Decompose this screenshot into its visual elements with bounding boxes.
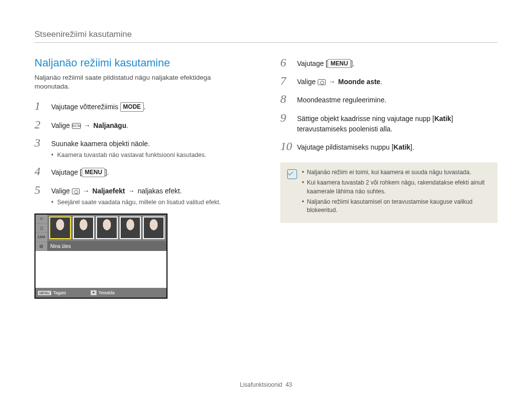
step: 1Vajutage võtterežiimis MODE.	[34, 100, 252, 112]
breadcrumb: Stseenirežiimi kasutamine	[34, 30, 498, 43]
step-body: Moondeastme reguleerimine.	[297, 93, 386, 105]
thumbnail	[143, 216, 165, 239]
shot-footer: MENUTagasi ✦Teisalda	[35, 288, 166, 298]
note-item: Naljanäo režiim ei toimi, kui kaamera ei…	[302, 168, 491, 177]
steps-left: 1Vajutage võtterežiimis MODE.2Valige SCN…	[34, 100, 252, 207]
step-number: 1	[34, 100, 45, 112]
sidebar-icon-face: ◻	[35, 224, 47, 233]
step-body: Vajutage [MENU].	[297, 57, 355, 69]
effect-caption: Nina üles	[47, 241, 166, 251]
shot-sidebar: ☺ ◻ 16M ▤	[35, 215, 47, 251]
step-body: Vajutage pildistamiseks nuppu [Katik].	[297, 140, 414, 153]
step-body: Valige SCN → Naljanägu.	[51, 119, 128, 131]
step: 9Sättige objekt kaadrisse ning vajutage …	[280, 112, 498, 134]
step-number: 6	[280, 57, 291, 69]
sidebar-icon-film: ▤	[35, 242, 47, 251]
step-body: Sättige objekt kaadrisse ning vajutage n…	[297, 112, 498, 134]
step-number: 4	[34, 165, 45, 178]
step-body: Vajutage [MENU].	[51, 165, 109, 178]
camera-icon	[318, 79, 326, 85]
step-body: Valige → Moonde aste.	[297, 75, 382, 87]
step-bullet: Seejärel saate vaadata nägu, millele on …	[51, 198, 221, 207]
step: 8Moondeastme reguleerimine.	[280, 93, 498, 105]
step: 4Vajutage [MENU].	[34, 165, 252, 178]
step-body: Valige → Naljaefekt → naljakas efekt.See…	[51, 184, 221, 207]
thumbnail	[96, 216, 118, 239]
scn-icon: SCN	[72, 123, 81, 129]
step-number: 2	[34, 119, 45, 131]
step-body: Vajutage võtterežiimis MODE.	[51, 100, 146, 112]
intro-text: Naljanäo režiimil saate pildistatud nägu…	[34, 73, 241, 91]
note-item: Naljanäo režiimi kasutamisel on teravust…	[302, 198, 491, 215]
step-number: 9	[280, 112, 291, 134]
step-number: 5	[34, 184, 45, 207]
step-bullet: Kaamera tuvastab näo vastavat funktsioon…	[51, 151, 206, 160]
steps-right: 6Vajutage [MENU].7Valige → Moonde aste.8…	[280, 57, 498, 153]
note-icon	[287, 169, 297, 179]
step: 10Vajutage pildistamiseks nuppu [Katik].	[280, 140, 498, 153]
mode-label-box: MODE	[120, 102, 144, 111]
step: 7Valige → Moonde aste.	[280, 75, 498, 87]
step-number: 3	[34, 137, 45, 160]
step: 5Valige → Naljaefekt → naljakas efekt.Se…	[34, 184, 252, 207]
thumbnail	[120, 216, 141, 239]
step: 6Vajutage [MENU].	[280, 57, 498, 69]
note-item: Kui kaamera tuvastab 2 või rohkem nägu, …	[302, 179, 491, 196]
camera-screenshot: ☺ ◻ 16M ▤ Nina üles	[34, 214, 167, 299]
step-number: 7	[280, 75, 291, 87]
step-body: Suunake kaamera objekti näole.Kaamera tu…	[51, 137, 206, 160]
thumbnail	[49, 216, 71, 239]
sidebar-icon-person: ☺	[35, 215, 47, 224]
menu-key-icon: MENU	[38, 291, 51, 295]
left-column: Naljanäo režiimi kasutamine Naljanäo rež…	[34, 57, 252, 299]
thumbnail	[73, 216, 95, 239]
step-number: 8	[280, 93, 291, 105]
right-column: 6Vajutage [MENU].7Valige → Moonde aste.8…	[280, 57, 498, 299]
nav-key-icon: ✦	[91, 290, 97, 295]
camera-icon	[72, 188, 80, 194]
page-footer: Lisafunktsioonid 43	[0, 381, 532, 388]
sidebar-icon-size: 16M	[35, 233, 47, 242]
menu-label-box: MENU	[328, 59, 351, 68]
thumbnail-row	[47, 215, 166, 241]
step-number: 10	[280, 140, 291, 153]
step: 3Suunake kaamera objekti näole.Kaamera t…	[34, 137, 252, 160]
menu-label-box: MENU	[82, 168, 105, 177]
section-title: Naljanäo režiimi kasutamine	[34, 57, 252, 69]
step: 2Valige SCN → Naljanägu.	[34, 119, 252, 131]
note-box: Naljanäo režiim ei toimi, kui kaamera ei…	[280, 162, 498, 223]
